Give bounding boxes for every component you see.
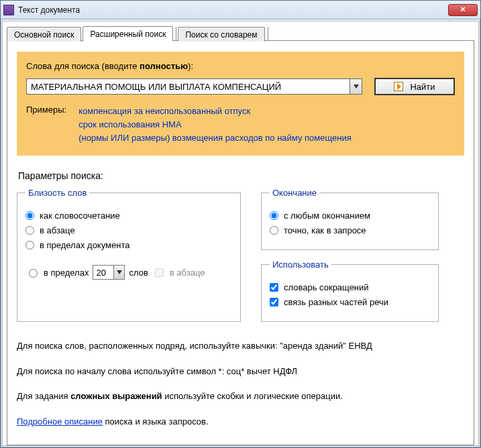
radio-exact-ending[interactable]: точно, как в запросе [270,225,430,235]
find-button[interactable]: Найти [374,78,455,95]
radio-in-document-label: в пределах документа [40,240,129,250]
search-input[interactable] [26,78,350,95]
find-icon [394,82,403,91]
check-abbr-dict-label: словарь сокращений [284,282,369,292]
radio-any-ending-label: с любым окончанием [284,211,370,221]
client-area: Основной поиск Расширенный поиск Поиск с… [2,21,479,446]
examples-lines: компенсация за неиспользованный отпуск с… [78,105,352,145]
within-prefix: в пределах [44,268,89,278]
within-paragraph-checkbox [155,268,164,277]
search-dropdown-button[interactable] [350,78,362,95]
radio-exact-ending-input[interactable] [270,226,278,235]
check-abbr-dict[interactable]: словарь сокращений [270,282,430,292]
window-title: Текст документа [18,5,448,15]
radio-in-paragraph-input[interactable] [25,226,34,235]
use-group: Использовать словарь сокращений связь ра… [261,260,439,322]
within-words-label: слов [129,268,148,278]
check-pos-link-label: связь разных частей речи [284,297,388,307]
radio-in-document[interactable]: в пределах документа [25,240,232,250]
examples-caption: Примеры: [26,105,66,145]
examples-block: Примеры: компенсация за неиспользованный… [26,105,455,145]
tab-advanced-search[interactable]: Расширенный поиск [83,26,173,42]
hint-expr-suffix: используйте скобки и логические операции… [162,391,343,401]
hint-expr-bold: сложных выражений [70,391,162,401]
radio-any-ending[interactable]: с любым окончанием [270,211,430,221]
within-value-input[interactable] [93,265,114,280]
titlebar: Текст документа × [1,1,480,19]
tab-separator [268,27,268,41]
within-spinner [93,265,125,280]
app-icon [3,5,14,15]
radio-in-paragraph-label: в абзаце [40,225,75,235]
search-panel: Слова для поиска (вводите полностью): На… [17,52,464,156]
close-button[interactable]: × [448,4,478,16]
detailed-description-link[interactable]: Подробное описание [17,416,103,427]
example-line: (нормы ИЛИ размеры) возмещения расходов … [78,131,352,145]
chevron-down-icon [117,270,122,274]
hint-expressions: Для задания сложных выражений используйт… [17,390,464,403]
use-legend: Использовать [270,260,331,270]
ending-legend: Окончание [270,188,319,198]
tabpage-advanced: Слова для поиска (вводите полностью): На… [7,40,474,445]
radio-exact-ending-label: точно, как в запросе [284,225,366,235]
tab-dictionary-search[interactable]: Поиск со словарем [178,27,264,42]
radio-within-input[interactable] [29,269,38,278]
radio-in-paragraph[interactable]: в абзаце [25,225,232,235]
search-field [26,78,362,95]
radio-any-ending-input[interactable] [270,211,278,220]
radio-in-document-input[interactable] [25,241,34,249]
hint-quotes: Для поиска слов, расположенных подряд, и… [17,339,464,353]
example-line: срок использования НМА [78,118,352,131]
check-abbr-dict-input[interactable] [270,283,278,292]
hint-link-line: Подробное описание поиска и языка запрос… [17,415,464,429]
hints-block: Для поиска слов, расположенных подряд, и… [17,339,464,428]
within-paragraph-label: в абзаце [170,268,205,278]
check-pos-link-input[interactable] [270,298,278,306]
search-label: Слова для поиска (вводите полностью): [26,61,455,71]
right-col: Окончание с любым окончанием точно, как … [261,188,439,322]
proximity-group: Близость слов как словосочетание в абзац… [17,188,241,322]
hint-link-suffix: поиска и языка запросов. [103,416,209,427]
search-label-bold: полностью [140,61,188,71]
tab-basic-search[interactable]: Основной поиск [7,27,81,42]
radio-as-phrase-label: как словосочетание [40,211,120,221]
search-label-prefix: Слова для поиска (вводите [26,61,140,71]
params-title: Параметры поиска: [18,170,464,181]
window: Текст документа × Основной поиск Расшире… [0,0,481,448]
ending-group: Окончание с любым окончанием точно, как … [261,188,439,250]
hint-star: Для поиска по началу слова используйте с… [17,365,464,378]
radio-as-phrase-input[interactable] [25,211,34,220]
proximity-legend: Близость слов [25,188,89,198]
tabstrip: Основной поиск Расширенный поиск Поиск с… [7,25,474,41]
check-pos-link[interactable]: связь разных частей речи [270,297,430,307]
tab-separator [176,27,176,41]
chevron-down-icon [354,85,359,89]
find-button-label: Найти [410,82,435,92]
search-label-suffix: ): [188,61,193,71]
radio-as-phrase[interactable]: как словосочетание [25,211,232,221]
example-line: компенсация за неиспользованный отпуск [78,105,352,118]
hint-expr-prefix: Для задания [17,391,70,401]
params-row: Близость слов как словосочетание в абзац… [17,188,464,322]
within-spin-button[interactable] [114,265,125,280]
search-row: Найти [26,78,455,95]
within-row: в пределах слов в абзаце [25,265,232,280]
